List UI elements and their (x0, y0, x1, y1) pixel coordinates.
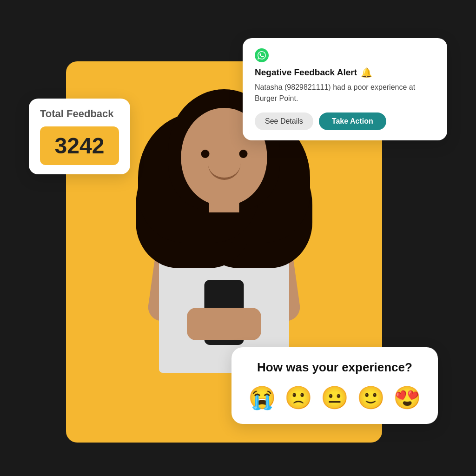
notification-title: Negative Feedback Alert (255, 67, 357, 78)
emoji-neutral[interactable]: 😐 (321, 385, 349, 411)
whatsapp-icon (255, 48, 269, 62)
emoji-good[interactable]: 🙂 (357, 385, 385, 411)
person-smile (208, 164, 240, 180)
person-hands (187, 308, 261, 340)
take-action-button[interactable]: Take Action (319, 112, 386, 130)
emoji-bad[interactable]: 🙁 (284, 385, 312, 411)
total-feedback-number: 3242 (55, 133, 105, 158)
experience-card: How was your experience? 😭 🙁 😐 🙂 😍 (231, 347, 438, 424)
notification-title-row: Negative Feedback Alert 🔔 (255, 67, 435, 78)
see-details-button[interactable]: See Details (255, 112, 313, 130)
person-eyes (201, 150, 247, 158)
experience-question: How was your experience? (248, 360, 421, 375)
emoji-great[interactable]: 😍 (393, 385, 421, 411)
total-feedback-card: Total Feedback 3242 (29, 99, 130, 174)
notification-message: Natasha (9829821111) had a poor experien… (255, 82, 435, 104)
notification-header (255, 48, 435, 62)
notification-card: Negative Feedback Alert 🔔 Natasha (98298… (243, 38, 447, 140)
notification-actions: See Details Take Action (255, 112, 435, 130)
total-feedback-value-box: 3242 (40, 126, 119, 165)
person-eye-left (201, 150, 209, 158)
person-eye-right (239, 150, 247, 158)
main-scene: Total Feedback 3242 Negative Feedback Al… (29, 24, 447, 452)
total-feedback-label: Total Feedback (40, 108, 119, 120)
emoji-row: 😭 🙁 😐 🙂 😍 (248, 385, 421, 411)
alert-emoji: 🔔 (361, 67, 372, 78)
emoji-terrible[interactable]: 😭 (248, 385, 276, 411)
